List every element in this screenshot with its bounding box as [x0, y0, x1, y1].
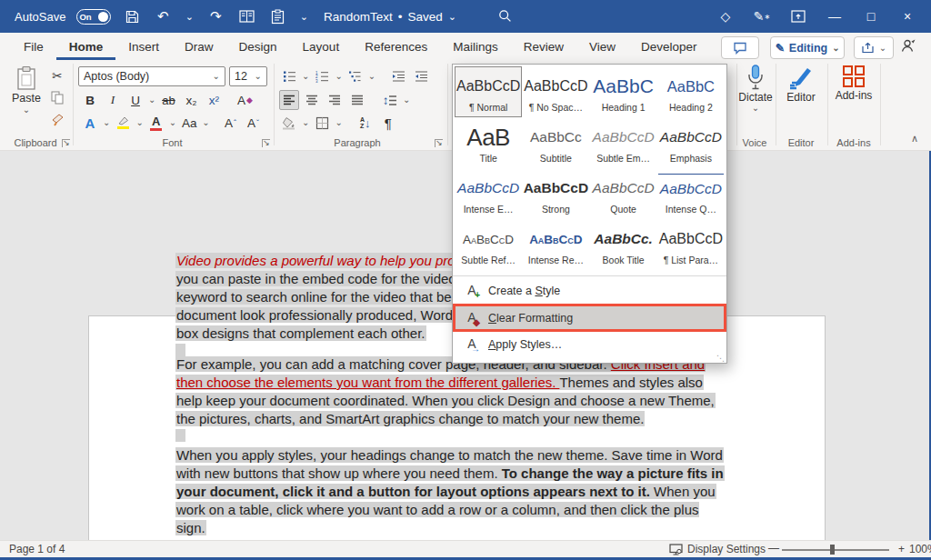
- tab-design[interactable]: Design: [226, 33, 290, 60]
- dictate-button[interactable]: Dictate ⌄: [738, 64, 773, 113]
- display-settings-button[interactable]: Display Settings: [669, 543, 766, 555]
- redo-icon[interactable]: ↷: [205, 6, 225, 26]
- add-ins-button[interactable]: Add-ins: [830, 64, 877, 102]
- read-mode-icon[interactable]: [236, 6, 256, 26]
- paragraph-dialog-launcher[interactable]: ↘: [435, 139, 443, 147]
- text-line[interactable]: help keep your document coordinated. Whe…: [175, 392, 776, 410]
- align-right-button[interactable]: [325, 90, 345, 110]
- tab-mailings[interactable]: Mailings: [440, 33, 511, 60]
- clipboard-dialog-launcher[interactable]: ↘: [62, 139, 70, 147]
- comments-button[interactable]: [721, 36, 759, 59]
- draw-pen-icon[interactable]: ✎∗: [744, 0, 780, 33]
- tab-insert[interactable]: Insert: [115, 33, 172, 60]
- premium-diamond-icon[interactable]: ◇: [707, 0, 744, 33]
- editor-button[interactable]: Editor: [778, 64, 824, 104]
- maximize-button[interactable]: □: [853, 0, 889, 33]
- superscript-button[interactable]: x²: [204, 90, 224, 110]
- style-heading-2[interactable]: AaBbCHeading 2: [657, 66, 725, 117]
- show-formatting-marks-button[interactable]: ¶: [378, 113, 398, 133]
- bullet-list-chevron-icon[interactable]: ⌄: [302, 72, 309, 81]
- justify-button[interactable]: [347, 90, 367, 110]
- tab-view[interactable]: View: [576, 33, 628, 60]
- tab-file[interactable]: File: [11, 33, 56, 60]
- style-normal[interactable]: AaBbCcD¶ Normal: [455, 66, 522, 117]
- quick-access-chevron-icon[interactable]: ⌄: [298, 6, 309, 26]
- underline-chevron-icon[interactable]: ⌄: [148, 95, 155, 105]
- text-line[interactable]: sign.: [175, 519, 776, 537]
- numbered-list-chevron-icon[interactable]: ⌄: [335, 72, 342, 81]
- style-book-title[interactable]: AaBbCc.Book Title: [590, 219, 657, 270]
- numbered-list-button[interactable]: 123: [312, 66, 332, 86]
- underline-button[interactable]: U: [125, 90, 145, 110]
- tab-home[interactable]: Home: [56, 33, 116, 60]
- clear-formatting-ribbon-button[interactable]: A◆: [235, 90, 255, 110]
- sort-button[interactable]: AZ ↓: [355, 113, 375, 133]
- align-left-button[interactable]: [279, 90, 299, 110]
- tab-layout[interactable]: Layout: [290, 33, 353, 60]
- document-title[interactable]: RandomText • Saved ⌄: [324, 0, 459, 33]
- page-count-label[interactable]: Page 1 of 4: [9, 543, 65, 555]
- tab-developer[interactable]: Developer: [628, 33, 710, 60]
- format-painter-icon[interactable]: [47, 109, 67, 129]
- menu-item-create-a-style[interactable]: A+Create a Style: [453, 278, 726, 304]
- menu-item-apply-styles[interactable]: A→Apply Styles…: [453, 332, 726, 357]
- resize-grip-icon[interactable]: ⋱: [716, 354, 725, 363]
- style-intense-e[interactable]: AaBbCcDIntense E…: [455, 168, 522, 219]
- style-intense-q[interactable]: AaBbCcDIntense Q…: [657, 168, 725, 219]
- font-name-combobox[interactable]: Aptos (Body) ⌄: [78, 66, 225, 86]
- text-effects-chevron-icon[interactable]: ⌄: [103, 118, 110, 127]
- paste-special-icon[interactable]: [267, 6, 287, 26]
- strikethrough-button[interactable]: ab: [158, 90, 178, 110]
- grow-font-button[interactable]: Aˆ: [221, 113, 241, 133]
- font-size-combobox[interactable]: 12 ⌄: [229, 66, 267, 86]
- collapse-ribbon-icon[interactable]: ∧: [911, 133, 918, 145]
- paste-button[interactable]: Paste ⌄: [7, 65, 45, 133]
- undo-chevron-icon[interactable]: ⌄: [184, 6, 195, 26]
- font-dialog-launcher[interactable]: ↘: [262, 139, 270, 147]
- text-line[interactable]: the pictures, charts, and SmartArt graph…: [175, 410, 776, 428]
- text-line[interactable]: with new buttons that show up where you …: [175, 465, 776, 483]
- bold-button[interactable]: B: [80, 90, 100, 110]
- style-intense-re[interactable]: AaBbCcDIntense Re…: [522, 219, 589, 270]
- zoom-percentage[interactable]: 100%: [909, 543, 931, 555]
- text-highlight-button[interactable]: [113, 113, 133, 133]
- font-color-chevron-icon[interactable]: ⌄: [169, 118, 176, 127]
- text-line[interactable]: When you apply styles, your headings cha…: [175, 446, 776, 465]
- change-case-button[interactable]: Aa: [179, 113, 199, 133]
- style-list-para[interactable]: AaBbCcD¶ List Para…: [657, 219, 725, 270]
- multilevel-list-chevron-icon[interactable]: ⌄: [368, 72, 375, 81]
- share-button[interactable]: ⌄: [854, 36, 894, 59]
- zoom-out-button[interactable]: —: [768, 542, 779, 555]
- text-line[interactable]: work on a table, click where you want to…: [175, 501, 776, 519]
- style-quote[interactable]: AaBbCcDQuote: [590, 168, 657, 219]
- zoom-slider-track[interactable]: [782, 549, 889, 551]
- font-color-button[interactable]: A: [146, 113, 166, 133]
- increase-indent-button[interactable]: [411, 66, 431, 86]
- bullet-list-button[interactable]: [279, 66, 299, 86]
- editing-mode-button[interactable]: ✎ Editing ⌄: [770, 36, 845, 59]
- style-strong[interactable]: AaBbCcDStrong: [522, 168, 589, 219]
- autosave-toggle[interactable]: On: [76, 9, 111, 25]
- line-spacing-button[interactable]: ↕: [380, 90, 400, 110]
- style-title[interactable]: AaBTitle: [455, 117, 522, 168]
- style-emphasis[interactable]: AaBbCcDEmphasis: [657, 117, 725, 168]
- tab-draw[interactable]: Draw: [172, 33, 226, 60]
- text-line[interactable]: then choose the elements you want from t…: [175, 374, 776, 392]
- shrink-font-button[interactable]: Aˇ: [244, 113, 264, 133]
- copy-icon[interactable]: [47, 87, 67, 107]
- style-subtle-ref[interactable]: AaBbCcDSubtle Ref…: [455, 219, 522, 270]
- line-spacing-chevron-icon[interactable]: ⌄: [403, 95, 410, 105]
- multilevel-list-button[interactable]: [345, 66, 365, 86]
- minimize-button[interactable]: —: [816, 0, 853, 33]
- shading-button[interactable]: [279, 113, 299, 133]
- style-subtitle[interactable]: AaBbCcSubtitle: [522, 117, 589, 168]
- change-case-chevron-icon[interactable]: ⌄: [202, 118, 209, 127]
- highlight-chevron-icon[interactable]: ⌄: [135, 118, 143, 127]
- menu-item-clear-formatting[interactable]: A◆Clear Formatting: [453, 304, 726, 332]
- decrease-indent-button[interactable]: [388, 66, 408, 86]
- close-button[interactable]: ×: [889, 0, 926, 33]
- cut-icon[interactable]: ✂: [47, 65, 67, 85]
- align-center-button[interactable]: [302, 90, 322, 110]
- style-heading-1[interactable]: AaBbCHeading 1: [590, 66, 657, 117]
- text-effects-button[interactable]: A: [80, 113, 100, 133]
